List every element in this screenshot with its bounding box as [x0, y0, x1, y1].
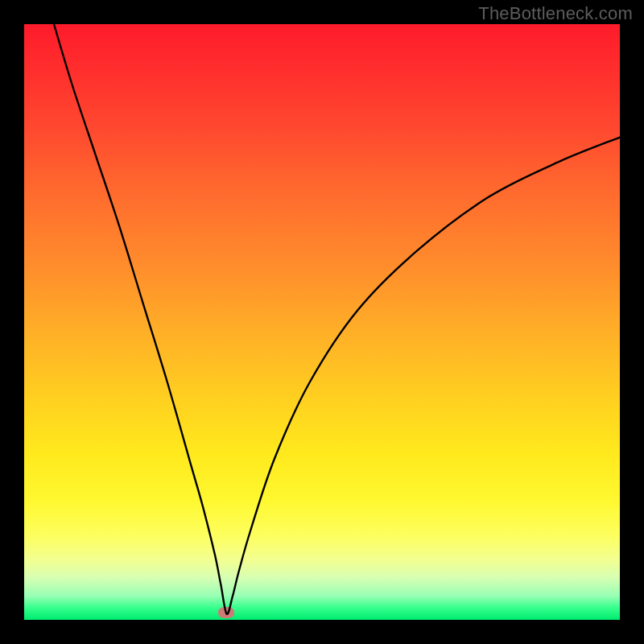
bottleneck-curve [24, 24, 620, 620]
chart-root: TheBottleneck.com [0, 0, 644, 644]
plot-frame [24, 24, 620, 620]
watermark-text: TheBottleneck.com [478, 3, 633, 24]
